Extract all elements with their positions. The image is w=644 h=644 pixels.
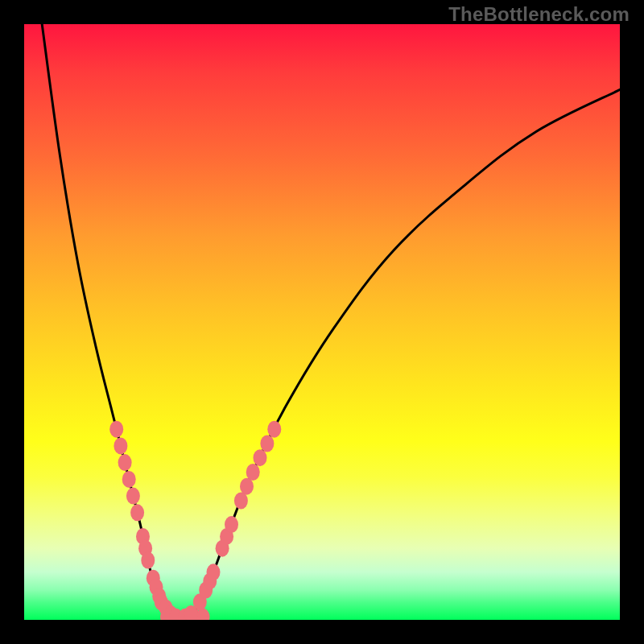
bead (254, 449, 267, 466)
bead (207, 564, 221, 580)
left-curve (42, 24, 185, 620)
bead (246, 464, 260, 481)
outer-frame: TheBottleneck.com (0, 0, 644, 644)
bead (260, 436, 274, 452)
plot-area (24, 24, 620, 620)
bead (141, 552, 155, 569)
bead (234, 493, 248, 510)
bead (225, 516, 238, 533)
bead (118, 454, 132, 471)
bead (109, 421, 123, 438)
bead (267, 421, 281, 438)
bead (240, 478, 254, 495)
watermark-text: TheBottleneck.com (448, 3, 630, 26)
chart-svg (24, 24, 620, 620)
bead (130, 504, 144, 521)
bead (126, 488, 140, 505)
beads-group (109, 421, 281, 620)
curves-group (42, 24, 620, 620)
bead (196, 609, 210, 620)
bead (122, 471, 136, 488)
right-curve (185, 89, 620, 620)
bead (114, 437, 127, 454)
